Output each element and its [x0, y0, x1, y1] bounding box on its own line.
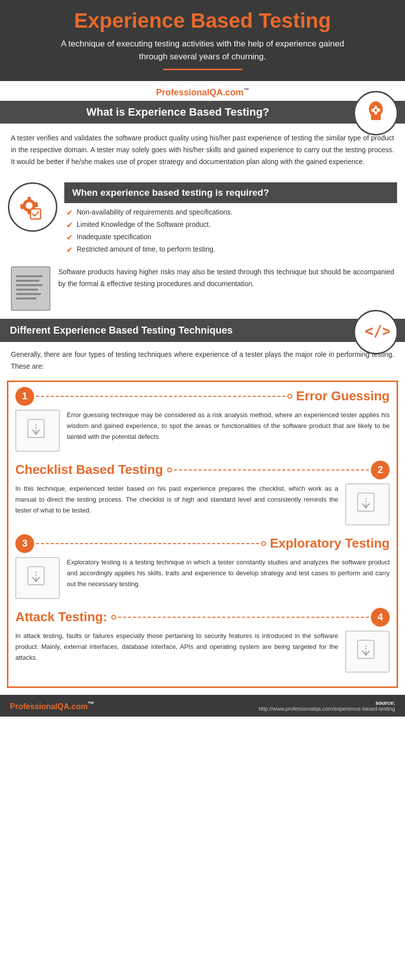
footer-source: source: http://www.professionalqa.com/ex…	[259, 700, 395, 712]
what-is-heading: What is Experience Based Testing?	[10, 106, 346, 119]
svg-rect-4	[375, 106, 376, 109]
dashed-line	[118, 617, 369, 618]
download-icon-3	[15, 557, 60, 599]
dashed-dot	[111, 615, 116, 620]
svg-point-13	[26, 202, 33, 209]
technique-checklist: Checklist Based Testing 2 In this techni…	[15, 461, 390, 525]
when-required-content: When experience based testing is require…	[64, 182, 397, 257]
note-text: Software products having higher risks ma…	[58, 266, 394, 290]
technique-3-body: Exploratory testing is a testing techniq…	[15, 557, 390, 599]
technique-4-header: Attack Testing: 4	[15, 608, 390, 627]
techniques-intro-text: Generally, there are four types of testi…	[11, 349, 394, 373]
footer-trademark: ™	[88, 700, 94, 708]
footer: ProfessionalQA.com™ source: http://www.p…	[0, 695, 405, 717]
checklist-items: ✔ Non-availability of requirements and s…	[64, 208, 397, 255]
svg-rect-5	[375, 112, 376, 114]
page-title: Experience Based Testing	[15, 9, 390, 33]
download-icon-2	[345, 483, 390, 525]
technique-3-header: 3 Exploratory Testing	[15, 534, 390, 553]
techniques-intro: Generally, there are four types of testi…	[0, 342, 405, 378]
download-arrow-icon-1	[24, 417, 51, 444]
svg-rect-1	[371, 115, 381, 120]
list-item: ✔ Limited Knowledge of the Software prod…	[66, 220, 395, 230]
download-arrow-icon-4	[354, 638, 381, 665]
list-item: ✔ Non-availability of requirements and s…	[66, 208, 395, 217]
header-subtitle: A technique of executing testing activit…	[54, 38, 351, 63]
technique-4-body: In attack testing, faults or failures es…	[15, 631, 390, 673]
step-3-number: 3	[22, 538, 27, 549]
note-block: Software products having higher risks ma…	[0, 261, 405, 319]
technique-1-desc: Error guessing technique may be consider…	[67, 410, 390, 442]
technique-2-body: In this technique, experienced tester ba…	[15, 483, 390, 525]
step-2-number: 2	[377, 464, 383, 475]
techniques-heading: Different Experience Based Testing Techn…	[10, 325, 233, 336]
technique-2-desc: In this technique, experienced tester ba…	[15, 483, 338, 516]
checklist-item-2: Limited Knowledge of the Software produc…	[77, 220, 211, 228]
svg-rect-11	[372, 109, 374, 111]
step-4-circle: 4	[371, 608, 390, 627]
source-url: http://www.professionalqa.com/experience…	[259, 706, 395, 712]
dashed-dot	[287, 394, 292, 399]
code-icon-circle: </>	[354, 310, 398, 354]
download-arrow-icon-2	[354, 491, 381, 518]
technique-4-desc: In attack testing, faults or failures es…	[15, 631, 338, 663]
technique-1-title: Error Guessing	[296, 388, 390, 404]
step-2-circle: 2	[371, 461, 390, 479]
logo: ProfessionalQA.com™	[156, 87, 249, 97]
step-4-number: 4	[377, 611, 383, 623]
svg-text:</>: </>	[364, 323, 389, 340]
svg-rect-10	[377, 109, 380, 111]
technique-4-title: Attack Testing:	[15, 609, 107, 625]
techniques-container: 1 Error Guessing Error guessing techniqu…	[7, 381, 398, 688]
brain-gear-icon	[361, 98, 391, 128]
list-item: ✔ Inadequate specification	[66, 233, 395, 242]
logo-trademark: ™	[244, 87, 249, 93]
logo-bar: ProfessionalQA.com™	[0, 81, 405, 101]
source-label: source:	[375, 700, 395, 706]
step-1-circle: 1	[15, 387, 34, 406]
what-is-section: What is Experience Based Testing?	[0, 101, 405, 176]
download-icon-4	[345, 631, 390, 673]
step-3-circle: 3	[15, 534, 34, 553]
footer-brand: ProfessionalQA	[10, 702, 69, 711]
code-icon: </>	[362, 319, 390, 346]
technique-2-header: Checklist Based Testing 2	[15, 461, 390, 479]
check-icon: ✔	[66, 208, 73, 217]
techniques-section: Different Experience Based Testing Techn…	[0, 319, 405, 342]
footer-domain: .com	[69, 702, 88, 711]
step-1-number: 1	[22, 390, 27, 402]
technique-error-guessing: 1 Error Guessing Error guessing techniqu…	[15, 387, 390, 452]
when-required-heading: When experience based testing is require…	[72, 187, 389, 198]
logo-domain: .com	[223, 87, 244, 97]
what-is-icon-circle	[354, 91, 398, 135]
dashed-dot	[167, 468, 172, 472]
technique-3-desc: Exploratory testing is a testing techniq…	[67, 557, 390, 590]
technique-1-body: Error guessing technique may be consider…	[15, 410, 390, 452]
dashed-line	[174, 469, 369, 470]
footer-logo: ProfessionalQA.com™	[10, 700, 94, 711]
what-is-body: A tester verifies and validates the soft…	[0, 124, 405, 176]
when-required-bar: When experience based testing is require…	[64, 182, 397, 203]
technique-attack: Attack Testing: 4 In attack testing, fau…	[15, 608, 390, 673]
what-is-text: A tester verifies and validates the soft…	[11, 132, 394, 168]
check-icon: ✔	[66, 245, 73, 255]
technique-1-header: 1 Error Guessing	[15, 387, 390, 406]
dashed-line	[36, 396, 285, 397]
header: Experience Based Testing A technique of …	[0, 0, 405, 81]
when-required-icon-circle	[8, 182, 57, 232]
list-item: ✔ Restricted amount of time, to perform …	[66, 245, 395, 255]
checklist-item-1: Non-availability of requirements and spe…	[77, 208, 232, 216]
checklist-item-3: Inadequate specification	[77, 233, 151, 241]
dashed-line	[36, 543, 259, 544]
technique-exploratory: 3 Exploratory Testing Exploratory testin…	[15, 534, 390, 599]
download-arrow-icon-3	[24, 564, 51, 592]
logo-brand: ProfessionalQA	[156, 87, 223, 97]
download-icon-1	[15, 410, 60, 452]
dashed-dot	[261, 541, 266, 546]
what-is-bar: What is Experience Based Testing?	[0, 101, 405, 124]
technique-2-title: Checklist Based Testing	[15, 462, 163, 477]
gear-checkbox-icon	[15, 190, 50, 224]
techniques-bar: Different Experience Based Testing Techn…	[0, 319, 405, 342]
header-divider	[163, 69, 242, 70]
document-icon	[11, 266, 50, 311]
